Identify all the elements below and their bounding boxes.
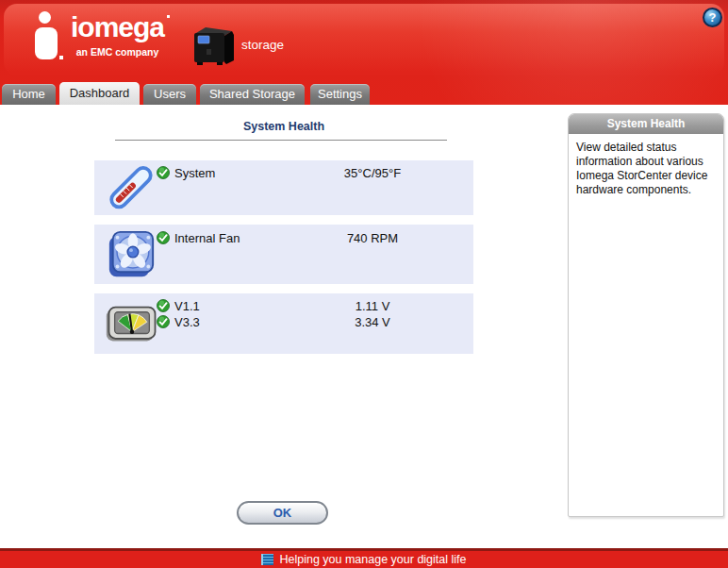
sidebar-description: View detailed status information about v… bbox=[569, 134, 723, 204]
emc-stripes-icon bbox=[261, 554, 273, 565]
voltage-gauge-icon bbox=[106, 302, 158, 349]
footer: Helping you manage your digital life bbox=[0, 551, 728, 568]
footer-tagline: Helping you manage your digital life bbox=[279, 553, 466, 566]
status-ok-icon bbox=[157, 166, 170, 179]
ok-button[interactable]: OK bbox=[237, 501, 328, 525]
health-value: 1.11 V bbox=[311, 299, 434, 313]
tab-users[interactable]: Users bbox=[143, 84, 196, 105]
tab-bar: Home Dashboard Users Shared Storage Sett… bbox=[0, 84, 728, 105]
thermometer-icon bbox=[100, 162, 160, 217]
health-value: 740 RPM bbox=[311, 231, 434, 245]
tab-settings[interactable]: Settings bbox=[310, 84, 370, 105]
brand-trademark-dot bbox=[167, 15, 170, 18]
health-row-temperature: System 35°C/95°F bbox=[94, 160, 473, 215]
health-line: System bbox=[157, 165, 215, 180]
iomega-logo: iomega an EMC company bbox=[33, 11, 164, 64]
fan-icon bbox=[106, 229, 157, 284]
health-row-fan: Internal Fan 740 RPM bbox=[94, 225, 473, 284]
sidebar-title: System Health bbox=[569, 114, 723, 134]
brand-name: iomega bbox=[71, 11, 164, 43]
health-line: Internal Fan bbox=[157, 230, 240, 245]
health-value: 35°C/95°F bbox=[311, 166, 434, 180]
iomega-i-icon bbox=[33, 11, 65, 64]
health-value: 3.34 V bbox=[311, 315, 434, 329]
tab-shared-storage[interactable]: Shared Storage bbox=[200, 84, 305, 105]
health-label: V3.3 bbox=[174, 315, 200, 329]
help-icon[interactable]: ? bbox=[703, 8, 722, 27]
device-name-label: storage bbox=[241, 38, 284, 52]
health-line: V1.1 bbox=[157, 298, 200, 313]
storage-device-icon bbox=[189, 23, 238, 72]
tab-home[interactable]: Home bbox=[2, 84, 56, 105]
health-row-voltage: V1.1 1.11 V V3.3 3.34 V bbox=[94, 293, 473, 354]
tab-dashboard[interactable]: Dashboard bbox=[59, 82, 140, 105]
health-label: System bbox=[174, 166, 215, 180]
status-ok-icon bbox=[157, 315, 170, 328]
health-label: V1.1 bbox=[174, 299, 200, 313]
brand-tagline: an EMC company bbox=[71, 46, 164, 58]
status-ok-icon bbox=[157, 231, 170, 244]
status-ok-icon bbox=[157, 299, 170, 312]
health-line: V3.3 bbox=[157, 314, 200, 329]
page-title: System Health bbox=[94, 120, 473, 133]
storcenter-app-window: iomega an EMC company storage ? Home Das… bbox=[0, 0, 728, 568]
title-divider bbox=[115, 140, 447, 141]
help-sidebar: System Health View detailed status infor… bbox=[568, 113, 724, 517]
health-label: Internal Fan bbox=[174, 231, 240, 245]
